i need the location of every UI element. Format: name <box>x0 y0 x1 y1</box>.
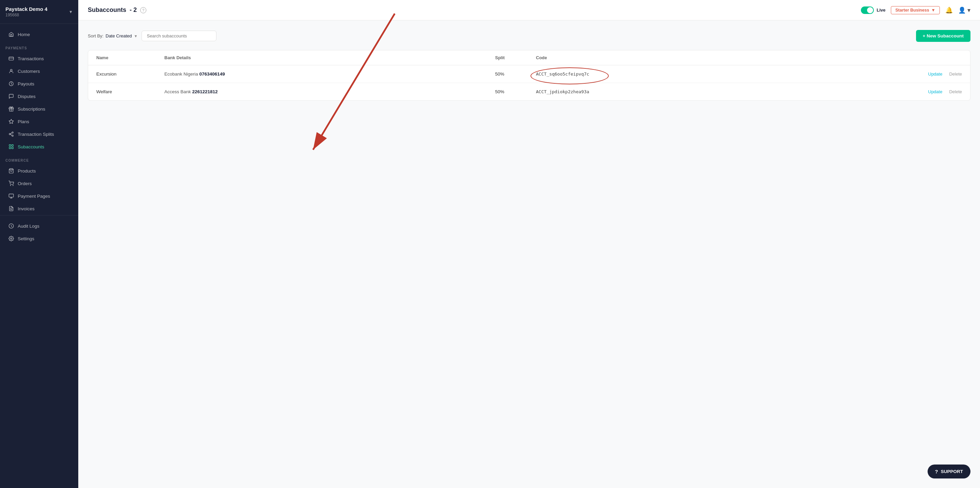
sidebar-item-plans[interactable]: Plans <box>3 115 76 128</box>
svg-point-12 <box>13 185 13 186</box>
sidebar-item-home[interactable]: Home <box>3 28 76 40</box>
sidebar-item-label: Invoices <box>18 206 35 211</box>
sidebar-item-label: Customers <box>18 69 40 74</box>
row1-delete-link[interactable]: Delete <box>949 72 962 76</box>
sidebar-item-payment-pages[interactable]: Payment Pages <box>3 190 76 202</box>
row2-split: 50% <box>495 89 536 94</box>
audit-logs-icon <box>8 223 14 229</box>
live-toggle[interactable]: Live <box>861 6 885 14</box>
row1-name: Excursion <box>96 72 164 76</box>
payments-section-label: PAYMENTS <box>0 41 78 52</box>
sidebar-item-transactions[interactable]: Transactions <box>3 52 76 65</box>
sidebar-item-subscriptions[interactable]: Subscriptions <box>3 103 76 115</box>
col-split: Split <box>495 55 536 60</box>
sidebar-item-label: Payouts <box>18 81 34 86</box>
sidebar-footer: Audit Logs Settings <box>0 215 78 249</box>
company-name: Paystack Demo 4 <box>5 6 47 12</box>
svg-point-11 <box>10 185 11 186</box>
help-icon[interactable]: ? <box>140 7 146 13</box>
live-label: Live <box>877 8 885 13</box>
topbar-left: Subaccounts - 2 ? <box>88 6 146 14</box>
svg-point-17 <box>11 238 12 239</box>
row2-actions: Update Delete <box>631 89 962 94</box>
svg-point-1 <box>10 70 12 71</box>
invoices-icon <box>8 205 14 212</box>
row1-actions: Update Delete <box>631 72 962 76</box>
subscriptions-icon <box>8 106 14 112</box>
sidebar-item-invoices[interactable]: Invoices <box>3 202 76 215</box>
sidebar-item-label: Disputes <box>18 94 36 99</box>
sidebar-item-transaction-splits[interactable]: Transaction Splits <box>3 128 76 140</box>
subaccounts-table: Name Bank Details Split Code Excursion E… <box>88 50 970 101</box>
row2-bank: Access Bank 2261221812 <box>164 89 495 94</box>
sidebar-item-audit-logs[interactable]: Audit Logs <box>3 220 76 232</box>
sidebar-item-label: Settings <box>18 236 34 241</box>
code-circle-annotation <box>530 67 609 84</box>
products-icon <box>8 168 14 174</box>
sidebar-nav: Home PAYMENTS Transactions Customers Pay… <box>0 24 78 488</box>
row2-name: Welfare <box>96 89 164 94</box>
home-icon <box>8 31 14 37</box>
sidebar-item-customers[interactable]: Customers <box>3 65 76 77</box>
search-input[interactable] <box>142 31 216 41</box>
payment-pages-icon <box>8 193 14 199</box>
plan-badge[interactable]: Starter Business ▼ <box>891 6 940 14</box>
table-row: Welfare Access Bank 2261221812 50% ACCT_… <box>88 83 970 100</box>
sidebar-item-label: Audit Logs <box>18 224 40 229</box>
plans-icon <box>8 118 14 124</box>
sidebar: Paystack Demo 4 195668 ▼ Home PAYMENTS T… <box>0 0 78 488</box>
company-info: Paystack Demo 4 195668 <box>5 6 47 17</box>
code-with-annotation: ACCT_sq6oo5cfeipvq7c <box>536 72 589 76</box>
sort-chevron-icon: ▼ <box>134 34 138 38</box>
company-id: 195668 <box>5 13 47 17</box>
sidebar-item-label: Home <box>18 32 30 37</box>
transaction-splits-icon <box>8 131 14 137</box>
support-help-icon: ? <box>935 469 938 474</box>
sidebar-item-disputes[interactable]: Disputes <box>3 90 76 102</box>
orders-icon <box>8 180 14 186</box>
table-row: Excursion Ecobank Nigeria 0763406149 50%… <box>88 65 970 83</box>
col-bank-details: Bank Details <box>164 55 495 60</box>
support-button[interactable]: ? SUPPORT <box>928 464 970 478</box>
sidebar-item-label: Subscriptions <box>18 107 45 111</box>
live-toggle-switch[interactable] <box>861 6 874 14</box>
row1-code: ACCT_sq6oo5cfeipvq7c <box>536 72 631 76</box>
notifications-bell-icon[interactable]: 🔔 <box>945 6 953 14</box>
row2-delete-link[interactable]: Delete <box>949 89 962 94</box>
transactions-icon <box>8 56 14 62</box>
sidebar-item-payouts[interactable]: Payouts <box>3 78 76 90</box>
new-subaccount-label: + New Subaccount <box>923 33 964 38</box>
sidebar-item-label: Products <box>18 168 36 173</box>
row1-split: 50% <box>495 72 536 76</box>
new-subaccount-button[interactable]: + New Subaccount <box>916 30 970 42</box>
toggle-knob <box>867 7 873 13</box>
sidebar-item-settings[interactable]: Settings <box>3 232 76 245</box>
content-area: Sort By: Date Created ▼ + New Subaccount… <box>78 21 980 488</box>
plan-label: Starter Business <box>895 8 929 13</box>
row1-update-link[interactable]: Update <box>928 72 943 76</box>
svg-rect-0 <box>9 57 13 60</box>
sidebar-item-products[interactable]: Products <box>3 165 76 177</box>
sidebar-item-label: Subaccounts <box>18 144 44 149</box>
sidebar-item-orders[interactable]: Orders <box>3 177 76 189</box>
toolbar: Sort By: Date Created ▼ + New Subaccount <box>88 30 970 42</box>
subaccounts-icon <box>8 144 14 150</box>
table-header: Name Bank Details Split Code <box>88 50 970 65</box>
sort-label: Sort By: Date Created ▼ <box>88 33 137 38</box>
sidebar-item-subaccounts[interactable]: Subaccounts <box>3 141 76 153</box>
sidebar-item-label: Plans <box>18 119 29 124</box>
payouts-icon <box>8 81 14 87</box>
page-title: Subaccounts <box>88 6 126 14</box>
company-switcher[interactable]: Paystack Demo 4 195668 ▼ <box>0 0 78 24</box>
row1-bank: Ecobank Nigeria 0763406149 <box>164 72 495 76</box>
col-code: Code <box>536 55 631 60</box>
row2-update-link[interactable]: Update <box>928 89 943 94</box>
user-menu-icon[interactable]: 👤 ▾ <box>958 6 970 14</box>
col-actions <box>631 55 962 60</box>
plan-chevron-icon: ▼ <box>931 8 935 13</box>
sort-value[interactable]: Date Created <box>105 33 132 38</box>
sidebar-item-label: Transactions <box>18 56 44 61</box>
svg-rect-8 <box>9 147 11 149</box>
sidebar-item-label: Payment Pages <box>18 194 50 199</box>
svg-rect-9 <box>11 147 13 149</box>
